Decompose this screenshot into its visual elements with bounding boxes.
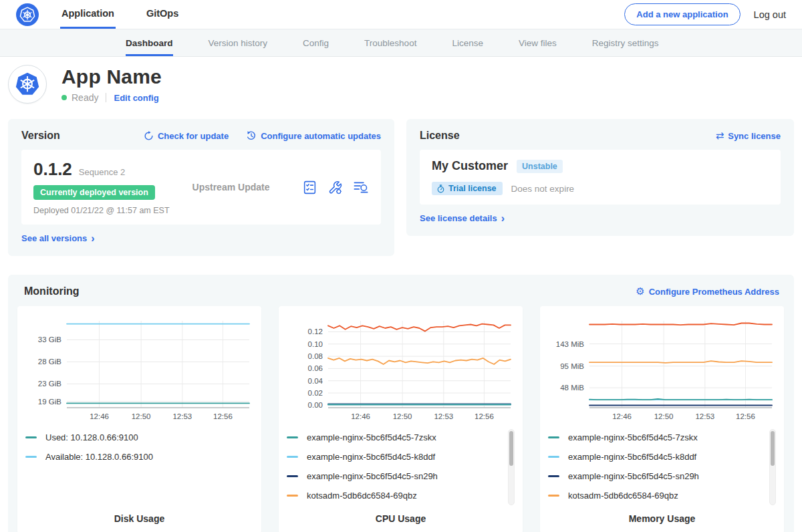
license-details-box: My Customer Unstable Trial license Does …: [420, 150, 781, 205]
preflight-checks-button[interactable]: [302, 180, 317, 195]
legend-scrollbar-thumb[interactable]: [509, 431, 513, 466]
chevron-right-icon: ›: [91, 235, 94, 242]
topnav-tab-gitops[interactable]: GitOps: [145, 0, 180, 29]
legend-color-dash: [548, 456, 559, 458]
svg-text:12:56: 12:56: [475, 412, 494, 420]
legend-item: example-nginx-5bc6f5d4c5-7zskx: [287, 428, 504, 447]
wrench-gear-icon: [327, 180, 343, 195]
sync-icon: ⇄: [716, 130, 724, 142]
add-application-button[interactable]: Add a new application: [624, 3, 740, 25]
legend-label: example-nginx-5bc6f5d4c5-k8ddf: [568, 452, 696, 462]
svg-text:0.02: 0.02: [308, 389, 323, 397]
deployed-timestamp: Deployed 01/21/22 @ 11:57 am EST: [33, 206, 170, 215]
current-version-box: 0.1.2 Sequence 2 Currently deployed vers…: [21, 150, 381, 225]
kubernetes-app-icon: [14, 71, 41, 98]
legend-label: kotsadm-5db6dc6584-69qbz: [568, 491, 678, 501]
legend-color-dash: [25, 456, 37, 458]
cpu-usage-chart-card: 12:4612:5012:5312:560.120.100.080.060.04…: [279, 306, 523, 532]
license-expiry-label: Does not expire: [511, 184, 575, 194]
topnav-tab-application[interactable]: Application: [60, 0, 116, 29]
legend-color-dash: [287, 495, 298, 497]
trial-license-badge: Trial license: [432, 182, 503, 195]
legend-label: example-nginx-5bc6f5d4c5-7zskx: [568, 432, 698, 442]
top-nav: Application GitOps Add a new application…: [0, 0, 802, 29]
svg-text:12:50: 12:50: [393, 412, 412, 420]
memory-usage-chart-card: 12:4612:5012:5312:56143 MiB95 MiB48 MiB …: [540, 306, 784, 532]
sync-license-link[interactable]: ⇄ Sync license: [716, 130, 781, 142]
legend-label: example-nginx-5bc6f5d4c5-sn29h: [307, 471, 438, 481]
cpu-usage-legend: example-nginx-5bc6f5d4c5-7zskxexample-ng…: [287, 428, 515, 507]
legend-color-dash: [548, 436, 559, 438]
status-ready-dot: [61, 95, 67, 100]
legend-color-dash: [548, 475, 559, 477]
tab-config[interactable]: Config: [303, 29, 329, 56]
sequence-label: Sequence 2: [79, 167, 125, 177]
monitoring-section: Monitoring ⚙ Configure Prometheus Addres…: [8, 275, 794, 532]
svg-text:0.00: 0.00: [308, 401, 323, 409]
configure-automatic-updates-link[interactable]: Configure automatic updates: [246, 130, 381, 141]
legend-item: example-nginx-5bc6f5d4c5-7zskx: [548, 428, 765, 447]
disk-usage-chart-card: 12:4612:5012:5312:5633 GiB28 GiB23 GiB19…: [17, 306, 261, 532]
check-for-update-link[interactable]: Check for update: [144, 131, 229, 141]
legend-label: example-nginx-5bc6f5d4c5-7zskx: [307, 432, 436, 442]
legend-label: Available: 10.128.0.66:9100: [45, 452, 153, 462]
channel-badge: Unstable: [517, 160, 563, 173]
stopwatch-icon: [436, 184, 445, 193]
svg-text:12:50: 12:50: [132, 412, 151, 420]
see-license-details-link[interactable]: See license details ›: [420, 213, 505, 223]
svg-text:95 MiB: 95 MiB: [560, 362, 584, 370]
license-card-title: License: [420, 130, 460, 142]
chart-title: Memory Usage: [548, 513, 776, 524]
configure-prometheus-link[interactable]: ⚙ Configure Prometheus Address: [636, 285, 779, 297]
kubernetes-logo[interactable]: [16, 3, 39, 26]
legend-scrollbar[interactable]: [508, 429, 515, 505]
chart-title: CPU Usage: [287, 513, 515, 524]
legend-scrollbar[interactable]: [769, 429, 776, 505]
disk-usage-legend: Used: 10.128.0.66:9100Available: 10.128.…: [25, 428, 253, 507]
see-all-versions-link[interactable]: See all versions ›: [21, 233, 95, 243]
customer-name: My Customer: [432, 159, 508, 173]
memory-usage-chart: 12:4612:5012:5312:56143 MiB95 MiB48 MiB: [548, 313, 776, 424]
legend-item: kotsadm-5db6dc6584-69qbz: [548, 486, 765, 505]
svg-text:12:56: 12:56: [736, 412, 755, 420]
legend-item: example-nginx-5bc6f5d4c5-sn29h: [548, 467, 765, 486]
tab-view-files[interactable]: View files: [519, 29, 557, 56]
currently-deployed-badge: Currently deployed version: [33, 185, 155, 200]
app-header: App Name Ready Edit config: [0, 57, 802, 114]
chevron-right-icon: ›: [501, 215, 505, 222]
chart-title: Disk Usage: [25, 513, 253, 524]
config-diff-button[interactable]: [327, 180, 343, 195]
svg-text:12:46: 12:46: [612, 412, 632, 420]
svg-text:12:53: 12:53: [434, 412, 453, 420]
edit-config-link[interactable]: Edit config: [114, 93, 158, 103]
legend-color-dash: [548, 495, 559, 497]
schedule-icon: [246, 130, 257, 141]
legend-color-dash: [25, 436, 37, 438]
deploy-logs-button[interactable]: [353, 180, 369, 195]
version-card: Version Check for update: [8, 119, 394, 256]
svg-text:12:50: 12:50: [654, 412, 674, 420]
legend-label: example-nginx-5bc6f5d4c5-sn29h: [568, 471, 699, 481]
monitoring-title: Monitoring: [24, 285, 80, 297]
legend-label: Used: 10.128.0.66:9100: [45, 432, 138, 442]
svg-text:12:56: 12:56: [213, 412, 233, 420]
legend-color-dash: [287, 456, 298, 458]
legend-item: Available: 10.128.0.66:9100: [25, 447, 243, 467]
tab-registry-settings[interactable]: Registry settings: [592, 29, 659, 56]
app-sub-nav: Dashboard Version history Config Trouble…: [0, 29, 802, 57]
tab-troubleshoot[interactable]: Troubleshoot: [364, 29, 416, 56]
tab-version-history[interactable]: Version history: [209, 29, 268, 56]
svg-text:12:53: 12:53: [695, 412, 714, 420]
version-number: 0.1.2: [33, 159, 72, 180]
legend-item: kotsadm-5db6dc6584-69qbz: [287, 486, 504, 505]
legend-item: example-nginx-5bc6f5d4c5-k8ddf: [287, 447, 504, 467]
kubernetes-helm-icon: [19, 6, 36, 23]
svg-text:23 GiB: 23 GiB: [38, 380, 61, 388]
tab-dashboard[interactable]: Dashboard: [126, 29, 173, 56]
legend-scrollbar-thumb[interactable]: [771, 431, 775, 466]
memory-usage-legend: example-nginx-5bc6f5d4c5-7zskxexample-ng…: [548, 428, 776, 507]
tab-license[interactable]: License: [452, 29, 483, 56]
svg-text:0.12: 0.12: [308, 327, 323, 336]
logout-button[interactable]: Log out: [754, 9, 786, 20]
svg-text:12:53: 12:53: [172, 412, 192, 420]
